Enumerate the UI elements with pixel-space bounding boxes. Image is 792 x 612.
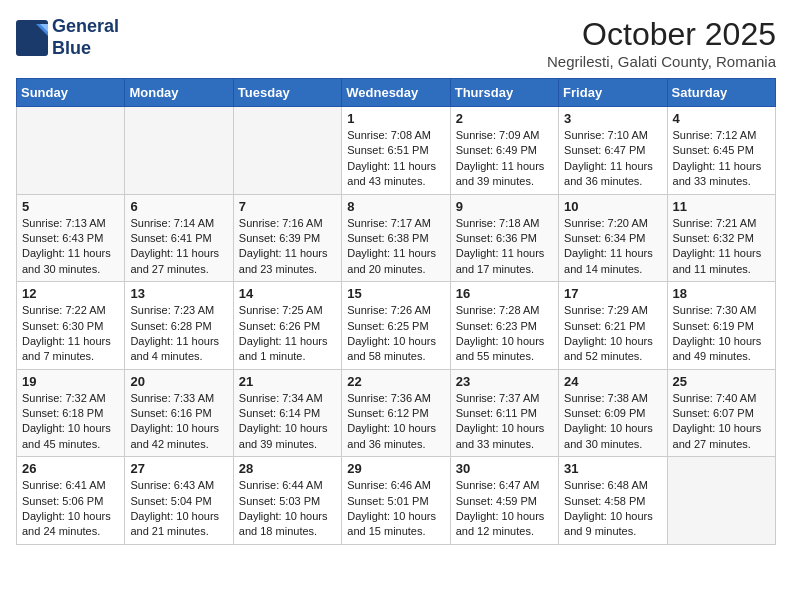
day-info: Sunrise: 6:43 AM Sunset: 5:04 PM Dayligh… [130,478,227,540]
calendar-cell: 10Sunrise: 7:20 AM Sunset: 6:34 PM Dayli… [559,194,667,282]
calendar-cell: 12Sunrise: 7:22 AM Sunset: 6:30 PM Dayli… [17,282,125,370]
logo-icon [16,20,48,56]
day-number: 10 [564,199,661,214]
day-number: 9 [456,199,553,214]
day-number: 27 [130,461,227,476]
calendar-cell: 9Sunrise: 7:18 AM Sunset: 6:36 PM Daylig… [450,194,558,282]
day-number: 20 [130,374,227,389]
day-info: Sunrise: 7:14 AM Sunset: 6:41 PM Dayligh… [130,216,227,278]
month-title: October 2025 [547,16,776,53]
logo-text-general: General [52,16,119,38]
day-number: 24 [564,374,661,389]
day-number: 5 [22,199,119,214]
day-number: 2 [456,111,553,126]
day-info: Sunrise: 7:37 AM Sunset: 6:11 PM Dayligh… [456,391,553,453]
day-info: Sunrise: 7:09 AM Sunset: 6:49 PM Dayligh… [456,128,553,190]
day-number: 25 [673,374,770,389]
calendar-cell: 15Sunrise: 7:26 AM Sunset: 6:25 PM Dayli… [342,282,450,370]
calendar-cell: 22Sunrise: 7:36 AM Sunset: 6:12 PM Dayli… [342,369,450,457]
day-info: Sunrise: 6:48 AM Sunset: 4:58 PM Dayligh… [564,478,661,540]
calendar-cell: 27Sunrise: 6:43 AM Sunset: 5:04 PM Dayli… [125,457,233,545]
day-info: Sunrise: 7:40 AM Sunset: 6:07 PM Dayligh… [673,391,770,453]
calendar-cell: 7Sunrise: 7:16 AM Sunset: 6:39 PM Daylig… [233,194,341,282]
calendar-cell [667,457,775,545]
calendar-cell: 20Sunrise: 7:33 AM Sunset: 6:16 PM Dayli… [125,369,233,457]
calendar-cell: 26Sunrise: 6:41 AM Sunset: 5:06 PM Dayli… [17,457,125,545]
calendar-cell: 3Sunrise: 7:10 AM Sunset: 6:47 PM Daylig… [559,107,667,195]
day-number: 1 [347,111,444,126]
day-number: 31 [564,461,661,476]
calendar-table: SundayMondayTuesdayWednesdayThursdayFrid… [16,78,776,545]
calendar-cell: 23Sunrise: 7:37 AM Sunset: 6:11 PM Dayli… [450,369,558,457]
day-info: Sunrise: 7:17 AM Sunset: 6:38 PM Dayligh… [347,216,444,278]
day-info: Sunrise: 7:08 AM Sunset: 6:51 PM Dayligh… [347,128,444,190]
day-info: Sunrise: 7:33 AM Sunset: 6:16 PM Dayligh… [130,391,227,453]
col-header-sunday: Sunday [17,79,125,107]
calendar-cell: 2Sunrise: 7:09 AM Sunset: 6:49 PM Daylig… [450,107,558,195]
col-header-wednesday: Wednesday [342,79,450,107]
calendar-cell: 28Sunrise: 6:44 AM Sunset: 5:03 PM Dayli… [233,457,341,545]
calendar-week-row: 19Sunrise: 7:32 AM Sunset: 6:18 PM Dayli… [17,369,776,457]
day-number: 17 [564,286,661,301]
calendar-cell: 16Sunrise: 7:28 AM Sunset: 6:23 PM Dayli… [450,282,558,370]
day-info: Sunrise: 7:30 AM Sunset: 6:19 PM Dayligh… [673,303,770,365]
day-number: 19 [22,374,119,389]
day-info: Sunrise: 6:44 AM Sunset: 5:03 PM Dayligh… [239,478,336,540]
day-number: 8 [347,199,444,214]
day-info: Sunrise: 6:46 AM Sunset: 5:01 PM Dayligh… [347,478,444,540]
location-text: Negrilesti, Galati County, Romania [547,53,776,70]
calendar-cell: 11Sunrise: 7:21 AM Sunset: 6:32 PM Dayli… [667,194,775,282]
day-number: 15 [347,286,444,301]
day-number: 28 [239,461,336,476]
day-number: 21 [239,374,336,389]
day-number: 30 [456,461,553,476]
calendar-cell: 1Sunrise: 7:08 AM Sunset: 6:51 PM Daylig… [342,107,450,195]
calendar-week-row: 26Sunrise: 6:41 AM Sunset: 5:06 PM Dayli… [17,457,776,545]
day-number: 13 [130,286,227,301]
day-info: Sunrise: 7:20 AM Sunset: 6:34 PM Dayligh… [564,216,661,278]
calendar-week-row: 1Sunrise: 7:08 AM Sunset: 6:51 PM Daylig… [17,107,776,195]
calendar-week-row: 5Sunrise: 7:13 AM Sunset: 6:43 PM Daylig… [17,194,776,282]
day-info: Sunrise: 6:47 AM Sunset: 4:59 PM Dayligh… [456,478,553,540]
page-header: General Blue October 2025 Negrilesti, Ga… [16,16,776,70]
day-info: Sunrise: 7:10 AM Sunset: 6:47 PM Dayligh… [564,128,661,190]
day-info: Sunrise: 7:22 AM Sunset: 6:30 PM Dayligh… [22,303,119,365]
calendar-cell: 30Sunrise: 6:47 AM Sunset: 4:59 PM Dayli… [450,457,558,545]
day-info: Sunrise: 7:28 AM Sunset: 6:23 PM Dayligh… [456,303,553,365]
calendar-cell [233,107,341,195]
day-info: Sunrise: 7:32 AM Sunset: 6:18 PM Dayligh… [22,391,119,453]
day-info: Sunrise: 7:16 AM Sunset: 6:39 PM Dayligh… [239,216,336,278]
day-number: 16 [456,286,553,301]
day-info: Sunrise: 7:12 AM Sunset: 6:45 PM Dayligh… [673,128,770,190]
col-header-saturday: Saturday [667,79,775,107]
calendar-cell: 31Sunrise: 6:48 AM Sunset: 4:58 PM Dayli… [559,457,667,545]
day-info: Sunrise: 7:36 AM Sunset: 6:12 PM Dayligh… [347,391,444,453]
logo: General Blue [16,16,119,59]
day-number: 29 [347,461,444,476]
calendar-cell: 8Sunrise: 7:17 AM Sunset: 6:38 PM Daylig… [342,194,450,282]
calendar-cell: 13Sunrise: 7:23 AM Sunset: 6:28 PM Dayli… [125,282,233,370]
day-number: 7 [239,199,336,214]
day-info: Sunrise: 7:18 AM Sunset: 6:36 PM Dayligh… [456,216,553,278]
calendar-cell: 17Sunrise: 7:29 AM Sunset: 6:21 PM Dayli… [559,282,667,370]
day-number: 11 [673,199,770,214]
day-number: 3 [564,111,661,126]
title-block: October 2025 Negrilesti, Galati County, … [547,16,776,70]
logo-text-blue: Blue [52,38,119,60]
calendar-cell [125,107,233,195]
calendar-cell: 18Sunrise: 7:30 AM Sunset: 6:19 PM Dayli… [667,282,775,370]
day-number: 6 [130,199,227,214]
day-info: Sunrise: 7:38 AM Sunset: 6:09 PM Dayligh… [564,391,661,453]
calendar-cell: 21Sunrise: 7:34 AM Sunset: 6:14 PM Dayli… [233,369,341,457]
day-number: 4 [673,111,770,126]
col-header-friday: Friday [559,79,667,107]
calendar-cell: 4Sunrise: 7:12 AM Sunset: 6:45 PM Daylig… [667,107,775,195]
calendar-cell: 24Sunrise: 7:38 AM Sunset: 6:09 PM Dayli… [559,369,667,457]
col-header-thursday: Thursday [450,79,558,107]
day-info: Sunrise: 7:26 AM Sunset: 6:25 PM Dayligh… [347,303,444,365]
day-info: Sunrise: 7:21 AM Sunset: 6:32 PM Dayligh… [673,216,770,278]
day-info: Sunrise: 7:13 AM Sunset: 6:43 PM Dayligh… [22,216,119,278]
calendar-cell [17,107,125,195]
day-info: Sunrise: 7:23 AM Sunset: 6:28 PM Dayligh… [130,303,227,365]
col-header-tuesday: Tuesday [233,79,341,107]
